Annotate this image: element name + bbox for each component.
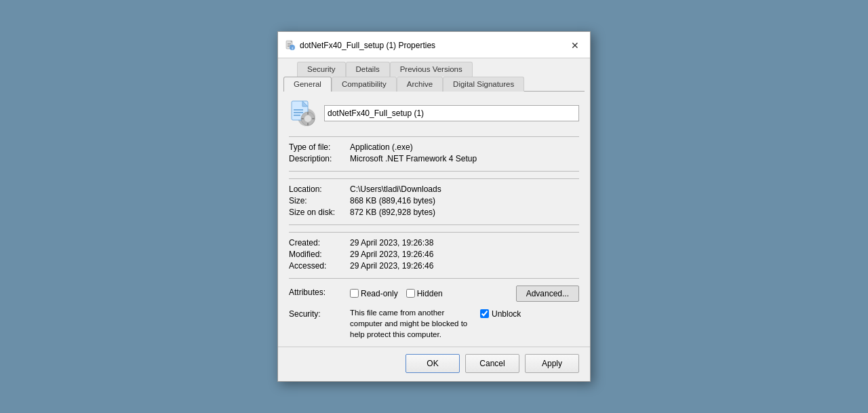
svg-rect-13 (294, 115, 300, 116)
tabs-row1: Security Details Previous Versions (297, 61, 585, 76)
svg-rect-17 (307, 123, 309, 125)
attributes-label: Attributes: (289, 286, 350, 297)
svg-rect-2 (288, 43, 291, 44)
tab-details[interactable]: Details (346, 62, 390, 77)
tab-general[interactable]: General (283, 77, 332, 92)
hidden-checkbox-label[interactable]: Hidden (406, 289, 443, 298)
apply-button[interactable]: Apply (525, 354, 579, 373)
tabs-container: Security Details Previous Versions Gener… (278, 58, 590, 92)
hidden-label: Hidden (417, 289, 443, 298)
svg-rect-4 (288, 46, 290, 47)
accessed-value: 29 April 2023, 19:26:46 (350, 261, 433, 271)
tab-archive[interactable]: Archive (397, 77, 443, 92)
location-label: Location: (289, 184, 350, 194)
svg-rect-18 (301, 118, 304, 119)
hidden-checkbox[interactable] (406, 289, 415, 298)
readonly-label: Read-only (361, 289, 398, 298)
created-row: Created: 29 April 2023, 19:26:38 (289, 238, 579, 248)
advanced-button[interactable]: Advanced... (516, 286, 579, 302)
readonly-checkbox-label[interactable]: Read-only (350, 289, 398, 298)
filename-row (289, 100, 579, 127)
titlebar: i dotNetFx40_Full_setup (1) Properties ✕ (278, 32, 590, 58)
attributes-row: Attributes: Read-only Hidden Advanced... (289, 286, 579, 302)
properties-dialog: i dotNetFx40_Full_setup (1) Properties ✕… (277, 31, 591, 382)
created-label: Created: (289, 238, 350, 248)
tab-compatibility[interactable]: Compatibility (332, 77, 397, 92)
ok-button[interactable]: OK (406, 354, 460, 373)
tabs-row2: General Compatibility Archive Digital Si… (283, 76, 585, 91)
size-row: Size: 868 KB (889,416 bytes) (289, 196, 579, 205)
location-row: Location: C:\Users\tladi\Downloads (289, 184, 579, 194)
svg-rect-12 (294, 112, 303, 113)
accessed-row: Accessed: 29 April 2023, 19:26:46 (289, 261, 579, 271)
content-area: Type of file: Application (.exe) Descrip… (278, 92, 590, 347)
modified-value: 29 April 2023, 19:26:46 (350, 250, 433, 259)
svg-rect-11 (294, 109, 303, 111)
description-row: Description: Microsoft .NET Framework 4 … (289, 154, 579, 163)
file-icon (289, 100, 316, 127)
size-on-disk-row: Size on disk: 872 KB (892,928 bytes) (289, 208, 579, 217)
security-text: This file came from another computer and… (350, 307, 472, 340)
size-value: 868 KB (889,416 bytes) (350, 196, 435, 205)
unblock-checkbox[interactable] (480, 309, 489, 318)
modified-label: Modified: (289, 250, 350, 259)
svg-rect-19 (312, 118, 315, 119)
filename-input[interactable] (324, 105, 579, 121)
unblock-label: Unblock (492, 309, 521, 319)
description-label: Description: (289, 154, 350, 163)
tab-security[interactable]: Security (297, 62, 346, 77)
security-row: Security: This file came from another co… (289, 307, 579, 340)
type-row: Type of file: Application (.exe) (289, 142, 579, 152)
svg-rect-3 (288, 45, 291, 45)
description-value: Microsoft .NET Framework 4 Setup (350, 154, 477, 163)
readonly-checkbox[interactable] (350, 289, 359, 298)
close-button[interactable]: ✕ (567, 37, 583, 54)
titlebar-left: i dotNetFx40_Full_setup (1) Properties (285, 40, 435, 51)
modified-row: Modified: 29 April 2023, 19:26:46 (289, 250, 579, 259)
accessed-label: Accessed: (289, 261, 350, 271)
cancel-button[interactable]: Cancel (465, 354, 519, 373)
created-value: 29 April 2023, 19:26:38 (350, 238, 433, 248)
size-on-disk-label: Size on disk: (289, 208, 350, 217)
dialog-title: dotNetFx40_Full_setup (1) Properties (300, 41, 435, 50)
footer: OK Cancel Apply (278, 347, 590, 381)
svg-rect-16 (307, 112, 309, 115)
location-value: C:\Users\tladi\Downloads (350, 184, 441, 194)
size-label: Size: (289, 196, 350, 205)
security-content: This file came from another computer and… (350, 307, 579, 340)
type-value: Application (.exe) (350, 142, 413, 152)
unblock-checkbox-label[interactable]: Unblock (480, 309, 521, 319)
titlebar-file-icon: i (285, 40, 296, 51)
attr-checkboxes: Read-only Hidden Advanced... (350, 286, 579, 302)
security-label: Security: (289, 307, 350, 319)
tab-previous-versions[interactable]: Previous Versions (390, 62, 473, 77)
file-info-section2: Location: C:\Users\tladi\Downloads Size:… (289, 178, 579, 225)
file-info-section3: Created: 29 April 2023, 19:26:38 Modifie… (289, 232, 579, 279)
size-on-disk-value: 872 KB (892,928 bytes) (350, 208, 435, 217)
tab-digital-signatures[interactable]: Digital Signatures (443, 77, 524, 92)
svg-point-15 (304, 115, 311, 122)
type-label: Type of file: (289, 142, 350, 152)
file-info-section1: Type of file: Application (.exe) Descrip… (289, 136, 579, 172)
